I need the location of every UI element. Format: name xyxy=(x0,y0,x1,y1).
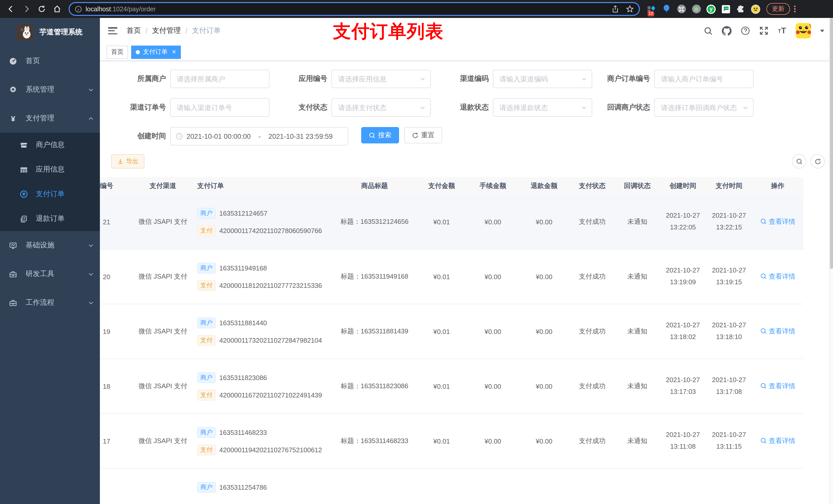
grid-table-icon xyxy=(20,166,28,173)
tag-label: 支付订单 xyxy=(143,48,168,56)
merchant-order-no-input[interactable] xyxy=(655,70,753,88)
sidebar-item-pay-order[interactable]: ¥ 支付订单 xyxy=(0,182,100,207)
sidebar-item-home[interactable]: 首页 xyxy=(0,47,100,75)
breadcrumb-pay[interactable]: 支付管理 xyxy=(152,26,181,35)
merchant-tag: 商户 xyxy=(197,317,216,328)
chrome-menu-icon[interactable] xyxy=(794,6,795,12)
tag-home[interactable]: 首页 xyxy=(106,45,128,58)
table-row[interactable]: 20 微信 JSAPI 支付 商户 1635311949168 支付 42000… xyxy=(100,249,803,304)
app-title: 芋道管理系统 xyxy=(40,28,82,37)
sidebar-item-refund-order[interactable]: 退款订单 xyxy=(0,207,100,231)
field-label: 应用编号 xyxy=(275,74,331,83)
font-size-icon[interactable]: TT xyxy=(777,26,787,35)
help-icon[interactable] xyxy=(740,26,750,35)
extension-y-icon[interactable]: y xyxy=(707,4,716,14)
view-detail-link[interactable]: 查看详情 xyxy=(760,272,795,281)
sidebar-item-infra[interactable]: 基础设施 xyxy=(0,231,100,260)
cell-action: 查看详情 xyxy=(752,217,803,226)
sidebar-item-pay[interactable]: ¥ 支付管理 xyxy=(0,104,100,133)
page-scrollbar[interactable] xyxy=(829,18,833,504)
breadcrumb-separator: / xyxy=(186,27,188,35)
cell-pay-time: 2021-10-27 13:17:08 xyxy=(706,375,752,398)
site-info-icon[interactable] xyxy=(75,5,82,13)
merchant-order-no: 1635311881440 xyxy=(219,319,267,327)
table-row[interactable]: 19 微信 JSAPI 支付 商户 1635311881440 支付 42000… xyxy=(100,304,803,359)
sidebar-item-label: 系统管理 xyxy=(26,85,54,94)
breadcrumb-home[interactable]: 首页 xyxy=(126,26,141,35)
browser-back-icon[interactable] xyxy=(4,2,18,16)
pay-tag: 支付 xyxy=(197,280,216,291)
github-icon[interactable] xyxy=(722,26,732,35)
sidebar-item-dev-tools[interactable]: 研发工具 xyxy=(0,260,100,288)
table-toolbar: 导出 xyxy=(111,154,825,169)
hamburger-icon[interactable] xyxy=(108,27,117,34)
caret-down-icon[interactable] xyxy=(820,28,825,33)
extensions-puzzle-icon[interactable] xyxy=(736,4,745,14)
notify-status-select[interactable] xyxy=(655,99,753,116)
cell-create-time: 2021-10-27 13:11:08 xyxy=(660,430,706,453)
table-row[interactable]: 18 微信 JSAPI 支付 商户 1635311823086 支付 42000… xyxy=(100,359,803,414)
extension-command-icon[interactable] xyxy=(677,4,686,14)
refresh-button[interactable] xyxy=(810,154,825,169)
view-detail-link[interactable]: 查看详情 xyxy=(760,327,795,336)
sidebar-item-workflow[interactable]: 工作流程 xyxy=(0,288,100,317)
view-detail-link[interactable]: 查看详情 xyxy=(760,382,795,391)
tag-pay-order[interactable]: 支付订单 ✕ xyxy=(131,45,181,58)
extension-recorder-icon[interactable] xyxy=(692,4,701,14)
sidebar-item-label: 支付管理 xyxy=(26,114,54,123)
view-detail-link[interactable]: 查看详情 xyxy=(760,436,795,446)
pay-status-select[interactable] xyxy=(332,99,430,116)
merchant-order-no: 1635311254786 xyxy=(219,483,267,491)
tag-close-icon[interactable]: ✕ xyxy=(172,49,176,55)
table-row[interactable]: 17 微信 JSAPI 支付 商户 1635311468233 支付 42000… xyxy=(100,414,803,469)
app-select[interactable] xyxy=(332,70,430,88)
date-range-input[interactable]: 2021-10-01 00:00:00 - 2021-10-31 23:59:5… xyxy=(170,127,348,145)
browser-home-icon[interactable] xyxy=(50,2,64,16)
channel-order-no-input[interactable] xyxy=(171,99,269,116)
view-detail-label: 查看详情 xyxy=(769,272,795,281)
extension-chat-icon[interactable] xyxy=(721,4,731,14)
merchant-order-no: 1635311949168 xyxy=(219,264,267,272)
user-avatar[interactable] xyxy=(795,23,811,39)
merchant-input[interactable] xyxy=(171,70,269,88)
cell-pay-time: 2021-10-27 13:22:15 xyxy=(706,210,752,234)
export-button[interactable]: 导出 xyxy=(111,154,144,169)
sidebar-item-system[interactable]: 系统管理 xyxy=(0,75,100,104)
chrome-update-button[interactable]: 更新 xyxy=(766,3,790,15)
sidebar-item-label: 工作流程 xyxy=(26,298,54,307)
address-bar[interactable]: localhost:1024/pay/order xyxy=(69,2,640,16)
create-date: 2021-10-27 xyxy=(660,320,706,332)
cell-amount: ¥0.01 xyxy=(416,382,467,390)
extension-bitwarden-icon[interactable]: 10 xyxy=(647,4,656,14)
field-label: 创建时间 xyxy=(114,131,170,141)
table-row[interactable]: 21 微信 JSAPI 支付 商户 1635312124657 支付 42000… xyxy=(100,195,803,249)
view-detail-link[interactable]: 查看详情 xyxy=(760,217,795,226)
refund-status-select[interactable] xyxy=(493,99,592,116)
extension-balloon-icon[interactable] xyxy=(662,4,671,14)
channel-code-select[interactable] xyxy=(493,70,592,88)
search-button[interactable]: 搜索 xyxy=(361,127,399,143)
fullscreen-icon[interactable] xyxy=(759,26,768,35)
cell-status: 支付成功 xyxy=(570,436,615,446)
cell-amount: ¥0.01 xyxy=(416,328,467,335)
share-icon[interactable] xyxy=(612,5,619,13)
search-icon[interactable] xyxy=(704,26,713,35)
toggle-search-button[interactable] xyxy=(792,154,806,169)
profile-avatar-icon[interactable] xyxy=(751,4,760,14)
cell-status: 支付成功 xyxy=(570,217,615,226)
browser-reload-icon[interactable] xyxy=(35,2,48,16)
date-separator: - xyxy=(259,133,261,140)
browser-forward-icon[interactable] xyxy=(20,2,33,16)
sidebar-item-app-info[interactable]: 应用信息 xyxy=(0,157,100,182)
cell-pay-order: 商户 1635311468233 支付 42000011942021102767… xyxy=(191,427,333,455)
cell-title: 标题：1635311823086 xyxy=(333,382,416,391)
table-row[interactable]: 商户 1635311254786 支付 标题： 查看详情 xyxy=(100,469,803,504)
pay-time: 13:18:10 xyxy=(706,331,752,343)
scrollbar-thumb[interactable] xyxy=(830,18,833,269)
logo-row[interactable]: 芋道管理系统 xyxy=(0,18,100,47)
cell-title: 标题： xyxy=(333,491,416,500)
create-date: 2021-10-27 xyxy=(660,375,706,386)
reset-button[interactable]: 重置 xyxy=(404,127,442,143)
sidebar-item-merchant-info[interactable]: 商户信息 xyxy=(0,133,100,157)
bookmark-star-icon[interactable] xyxy=(626,5,634,13)
